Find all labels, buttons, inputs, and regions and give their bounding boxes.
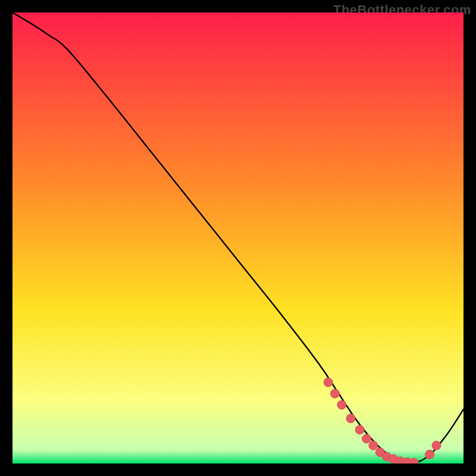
highlight-marker bbox=[369, 441, 378, 450]
highlight-marker bbox=[355, 425, 364, 434]
plot-area bbox=[12, 12, 464, 464]
highlight-marker bbox=[330, 389, 339, 398]
highlight-marker bbox=[425, 450, 434, 459]
highlight-marker bbox=[337, 400, 346, 409]
chart-svg bbox=[12, 12, 464, 464]
highlight-marker bbox=[362, 434, 371, 443]
highlight-marker bbox=[324, 378, 333, 387]
highlight-marker bbox=[346, 414, 355, 423]
chart-frame: TheBottlenecker.com bbox=[0, 0, 476, 476]
gradient-background bbox=[12, 12, 464, 464]
highlight-marker bbox=[432, 441, 441, 450]
